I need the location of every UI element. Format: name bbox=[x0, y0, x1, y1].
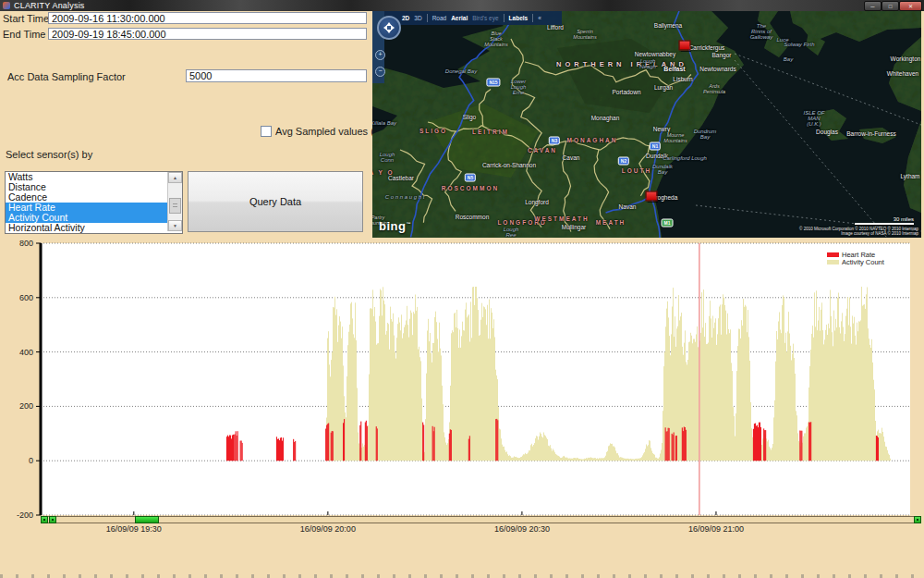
legend-label: Activity Count bbox=[842, 258, 884, 266]
legend-swatch bbox=[827, 260, 839, 264]
range-scrollbar-thumb[interactable] bbox=[135, 516, 159, 523]
y-axis-tick-label: 200 bbox=[19, 401, 33, 411]
range-scrollbar-track[interactable] bbox=[41, 516, 921, 523]
timeseries-chart[interactable]: 8006004002000-200 bbox=[0, 0, 924, 578]
x-axis-tick-label: 16/09/09 21:00 bbox=[688, 524, 744, 534]
legend-swatch bbox=[827, 252, 839, 257]
range-left-button-1[interactable] bbox=[41, 516, 48, 523]
x-axis-tick-label: 16/09/09 20:00 bbox=[300, 524, 356, 534]
y-axis-tick-label: -200 bbox=[17, 510, 33, 520]
x-axis-tick-label: 16/09/09 19:30 bbox=[106, 524, 162, 534]
range-left-button-2[interactable] bbox=[49, 516, 56, 523]
clarity-analysis-window: CLARITY Analysis ─ □ ✕ Start Time: End T… bbox=[0, 0, 924, 578]
y-axis-tick-label: 400 bbox=[19, 348, 33, 357]
y-axis-tick-label: 0 bbox=[29, 456, 33, 465]
chart-legend: Heart RateActivity Count bbox=[827, 251, 884, 265]
range-right-button[interactable] bbox=[914, 516, 921, 523]
legend-row: Activity Count bbox=[827, 258, 884, 265]
background-window-edge bbox=[0, 574, 924, 578]
x-axis-tick-label: 16/09/09 20:30 bbox=[494, 524, 550, 534]
chart-cursor-line[interactable] bbox=[699, 243, 700, 515]
y-axis-tick-label: 600 bbox=[19, 293, 33, 302]
y-axis-tick-label: 800 bbox=[19, 239, 33, 248]
y-axis-line bbox=[40, 243, 43, 515]
